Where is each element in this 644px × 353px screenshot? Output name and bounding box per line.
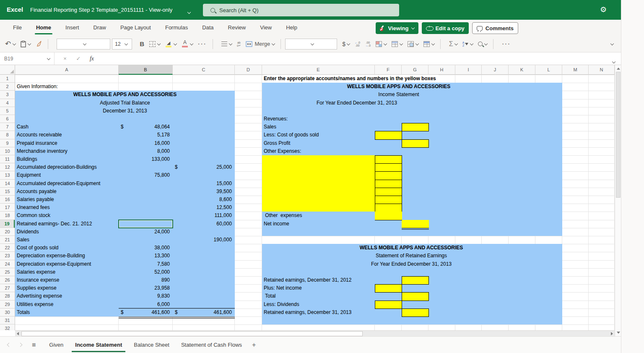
- title-chevron-down-icon[interactable]: [188, 8, 190, 15]
- decrease-decimal-button[interactable]: .00→.0: [365, 41, 371, 47]
- column-header-E[interactable]: E: [262, 65, 375, 75]
- column-header-A[interactable]: A: [15, 65, 119, 75]
- retained-earnings-label[interactable]: Total: [264, 292, 275, 300]
- paste-button[interactable]: [21, 41, 31, 47]
- row-header-32[interactable]: 32: [0, 324, 15, 330]
- credit-value[interactable]: 15,000: [173, 180, 234, 188]
- insert-table-button[interactable]: [423, 41, 434, 47]
- vertical-scroll-thumb[interactable]: [616, 72, 621, 198]
- menu-tab-review[interactable]: Review: [221, 20, 253, 36]
- credit-value[interactable]: 8,600: [173, 196, 234, 204]
- account-label[interactable]: Accounts payable: [17, 188, 57, 196]
- row-header-22[interactable]: 22: [0, 244, 15, 252]
- row-header-26[interactable]: 26: [0, 276, 15, 284]
- credit-value[interactable]: 461,600: [173, 309, 234, 316]
- income-statement-label[interactable]: Less: Cost of goods sold: [264, 131, 319, 139]
- account-label[interactable]: Retained earnings- Dec. 21. 2012: [17, 220, 92, 228]
- row-header-6[interactable]: 6: [0, 115, 15, 123]
- retained-earnings-title[interactable]: WELLS MOBILE APPS AND ACCESSORIES: [262, 244, 561, 252]
- debit-value[interactable]: 6,000: [119, 301, 171, 309]
- autosum-button[interactable]: Σ: [449, 40, 453, 48]
- credit-value[interactable]: 190,000: [173, 236, 234, 244]
- fill-color-button[interactable]: ◢: [165, 41, 177, 47]
- yellow-input-box[interactable]: [402, 276, 429, 285]
- wrap-text-button[interactable]: abc↵: [237, 41, 241, 47]
- retained-earnings-label[interactable]: Retained earnings, December 31, 2013: [264, 309, 351, 316]
- debit-value[interactable]: 52,000: [119, 268, 171, 276]
- yellow-expense-amount-box[interactable]: [375, 196, 402, 204]
- row-header-20[interactable]: 20: [0, 228, 15, 236]
- undo-button[interactable]: ↶: [5, 39, 16, 48]
- yellow-expense-amount-box[interactable]: [375, 155, 402, 164]
- retained-earnings-label[interactable]: Less: Dividends: [264, 301, 299, 309]
- debit-value[interactable]: 16,000: [119, 139, 171, 147]
- yellow-expense-amount-box[interactable]: [375, 171, 402, 180]
- row-header-14[interactable]: 14: [0, 180, 15, 188]
- menu-tab-help[interactable]: Help: [279, 20, 304, 36]
- cells-layer[interactable]: Enter the appropriate accounts/names and…: [15, 75, 615, 330]
- row-header-9[interactable]: 9: [0, 139, 15, 147]
- trial-balance-title[interactable]: WELLS MOBILE APPS AND ACCESSORIES: [15, 91, 235, 99]
- viewing-mode-button[interactable]: Viewing: [376, 22, 419, 34]
- sheet-tab-statement-of-cash-flows[interactable]: Statement of Cash Flows: [175, 337, 248, 353]
- currency-format-button[interactable]: $: [342, 41, 345, 47]
- bold-button[interactable]: B: [140, 40, 144, 47]
- row-header-10[interactable]: 10: [0, 147, 15, 155]
- column-header-I[interactable]: I: [455, 65, 482, 75]
- account-label[interactable]: Equipment: [17, 171, 41, 179]
- account-label[interactable]: Accounts receivable: [17, 131, 62, 139]
- credit-value[interactable]: 12,500: [173, 204, 234, 212]
- find-button[interactable]: [478, 42, 487, 46]
- font-name-select[interactable]: [57, 39, 110, 50]
- instruction-text[interactable]: Enter the appropriate accounts/names and…: [264, 75, 439, 83]
- row-header-24[interactable]: 24: [0, 260, 15, 268]
- row-header-15[interactable]: 15: [0, 188, 15, 196]
- debit-value[interactable]: 38,000: [119, 244, 171, 252]
- debit-value[interactable]: 7,580: [119, 260, 171, 268]
- name-box[interactable]: B19: [0, 52, 55, 65]
- sheet-tab-balance-sheet[interactable]: Balance Sheet: [128, 337, 175, 353]
- row-header-29[interactable]: 29: [0, 301, 15, 309]
- account-label[interactable]: Salaries payable: [17, 196, 54, 204]
- merge-cells-button[interactable]: Merge: [246, 41, 275, 47]
- credit-value[interactable]: 25,000: [173, 163, 234, 171]
- income-statement-label[interactable]: Revenues:: [264, 115, 288, 123]
- row-header-1[interactable]: 1: [0, 75, 15, 83]
- yellow-expense-amount-box[interactable]: [375, 204, 402, 212]
- income-statement-label[interactable]: Other expenses: [264, 212, 302, 220]
- row-header-18[interactable]: 18: [0, 212, 15, 220]
- debit-value[interactable]: 5,178: [119, 131, 171, 139]
- yellow-net-income-box[interactable]: [402, 220, 429, 228]
- account-label[interactable]: Unearned fees: [17, 204, 50, 212]
- add-sheet-button[interactable]: +: [252, 341, 256, 349]
- menu-tab-view[interactable]: View: [253, 20, 279, 36]
- column-header-G[interactable]: G: [402, 65, 428, 75]
- income-statement-label[interactable]: Other Expenses:: [264, 147, 301, 155]
- account-label[interactable]: Sales: [17, 236, 29, 244]
- column-header-B[interactable]: B: [119, 65, 173, 75]
- column-header-M[interactable]: M: [562, 65, 589, 75]
- row-header-3[interactable]: 3: [0, 91, 15, 99]
- confirm-entry-button[interactable]: ✓: [72, 52, 85, 65]
- debit-value[interactable]: 9,830: [119, 292, 171, 300]
- search-box[interactable]: [203, 4, 399, 16]
- given-information-label[interactable]: Given Information:: [17, 83, 58, 91]
- row-header-21[interactable]: 21: [0, 236, 15, 244]
- account-label[interactable]: Common stock: [17, 212, 50, 220]
- settings-gear-icon[interactable]: ⚙: [600, 5, 607, 14]
- row-header-8[interactable]: 8: [0, 131, 15, 139]
- select-all-corner[interactable]: [0, 65, 15, 75]
- row-header-16[interactable]: 16: [0, 196, 15, 204]
- row-header-25[interactable]: 25: [0, 268, 15, 276]
- scroll-down-icon[interactable]: [617, 332, 620, 334]
- account-label[interactable]: Supplies expense: [17, 284, 57, 292]
- scroll-left-icon[interactable]: [17, 332, 19, 335]
- menu-tab-draw[interactable]: Draw: [86, 20, 113, 36]
- vertical-scrollbar[interactable]: [615, 65, 621, 336]
- yellow-other-expenses-box[interactable]: [375, 212, 402, 220]
- debit-value[interactable]: 24,000: [119, 228, 171, 236]
- menu-tab-page-layout[interactable]: Page Layout: [113, 20, 158, 36]
- trial-balance-subtitle[interactable]: Adjusted Trial Balance: [15, 99, 235, 107]
- sheet-tab-given[interactable]: Given: [43, 337, 69, 353]
- scroll-up-icon[interactable]: [617, 68, 620, 70]
